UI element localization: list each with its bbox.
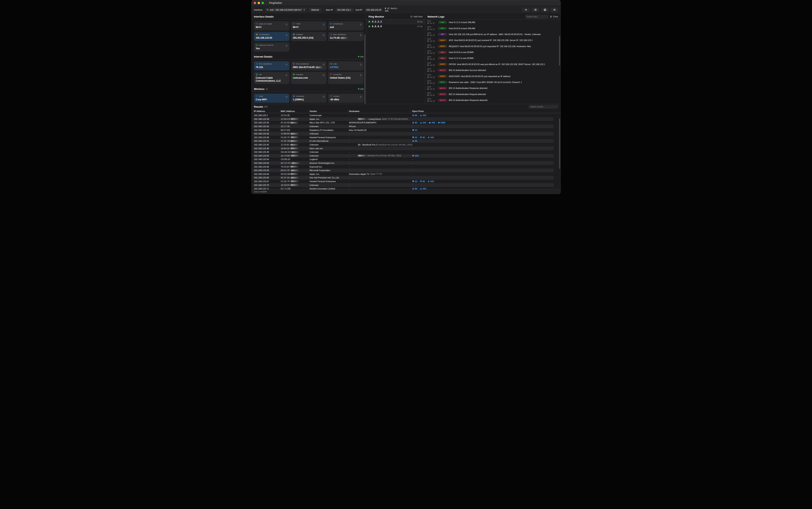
copy-icon[interactable] xyxy=(323,73,325,76)
port-link-443[interactable]: 443 xyxy=(420,122,426,124)
minimize-window-button[interactable] xyxy=(258,2,260,4)
table-row[interactable]: 192.168.123.306C:62:6DMicro-Star INT'L C… xyxy=(252,121,554,125)
ping-host-row[interactable]: 8.8.8.847 ms xyxy=(366,24,425,29)
copy-icon[interactable] xyxy=(360,73,362,76)
column-header-vendor[interactable]: Vendor xyxy=(310,109,349,113)
logs-scrollbar[interactable] xyxy=(559,36,560,66)
interface-select[interactable]: en0 - 192.168.123.50/24 (Wi-Fi) * xyxy=(265,8,307,12)
table-row[interactable]: 192.168.123.49DA:AE:EDUnknown-- xyxy=(252,150,554,154)
clear-logs-button[interactable]: Clear xyxy=(550,15,558,18)
info-icon[interactable] xyxy=(265,88,268,90)
table-row[interactable]: 192.168.123.55AC:CC:FCAmazon Technologie… xyxy=(252,161,554,165)
port-link-80[interactable]: 80 xyxy=(412,122,417,124)
logs-search-input[interactable] xyxy=(525,15,548,19)
table-row[interactable]: 192.168.123.701E:94:00:Unknown-- xyxy=(252,183,554,187)
close-window-button[interactable] xyxy=(254,2,256,4)
scan-options-button[interactable] xyxy=(532,8,539,12)
table-row[interactable]: 192.168.123.3512:B8:58:Unknown-- xyxy=(252,132,554,136)
copy-icon[interactable] xyxy=(323,23,325,25)
table-row[interactable]: 192.168.123.501A:74:D8:UnknownMacBook Pr… xyxy=(252,154,554,158)
results-title: Results xyxy=(254,105,263,108)
table-row[interactable]: 192.168.123.60E8:A7:2F:Microsoft Corpora… xyxy=(252,169,554,172)
table-row[interactable]: 192.168.123.6600:1F:3A:Hon Hai Precision… xyxy=(252,176,554,179)
table-row[interactable]: 192.168.123.4618:B4:30:Nest Labs Inc.-- xyxy=(252,146,554,150)
column-header-hostname[interactable]: Hostname xyxy=(349,109,412,113)
table-row[interactable]: 192.168.123.71EC:71:DB:Reolink Innovatio… xyxy=(252,187,554,190)
copy-icon[interactable] xyxy=(286,44,288,46)
internet-card-ipv6-address[interactable]: 6IPV6 ADDRESS2601:18a:817f:dc30: xyxy=(291,61,326,70)
port-link-445[interactable]: 445 xyxy=(429,122,435,124)
copy-icon[interactable] xyxy=(360,63,362,65)
start-ip-input[interactable] xyxy=(335,8,354,12)
port-link-443[interactable]: 443 xyxy=(427,180,434,182)
port-link-22[interactable]: 22 xyxy=(412,136,417,139)
interface-card-default-route[interactable]: DEFAULT ROUTEYes xyxy=(254,42,289,52)
column-header-mac-address[interactable]: MAC Address xyxy=(281,109,310,113)
internet-card-isp[interactable]: ISPComcast Cable Communications, LLC xyxy=(254,72,289,84)
wireless-card-channel[interactable]: CHANNEL1 (20MHz) xyxy=(291,94,326,103)
copy-icon[interactable] xyxy=(286,63,288,65)
port-link-80[interactable]: 80 xyxy=(412,114,417,116)
results-scrollbar[interactable] xyxy=(559,118,560,169)
port-link-443[interactable]: 443 xyxy=(420,188,426,190)
column-header-ip-address[interactable]: IP Address xyxy=(254,109,281,113)
port-link-22[interactable]: 22 xyxy=(412,180,417,182)
internet-card-asn[interactable]: ASNAS7922 xyxy=(328,61,364,70)
table-row[interactable]: 192.168.123.38F4:2E:7F:Hewlett Packard E… xyxy=(252,136,554,139)
table-row[interactable]: 192.168.123.54C8:DB:26Logitech-- xyxy=(252,158,554,161)
copy-icon[interactable] xyxy=(286,34,288,36)
copy-icon[interactable] xyxy=(360,23,362,25)
port-link-80[interactable]: 80 xyxy=(420,180,425,182)
internet-card-country[interactable]: COUNTRYUnited States (US) xyxy=(328,72,364,84)
table-row[interactable]: 192.168.123.67F4:2E:7F:Hewlett Packard E… xyxy=(252,179,554,183)
copy-icon[interactable] xyxy=(286,95,288,97)
copy-icon[interactable] xyxy=(323,95,325,97)
interface-card-display-name[interactable]: DISPLAY NAMEWi-Fi xyxy=(254,21,289,30)
address-book-button[interactable] xyxy=(541,8,549,12)
card-value: 192.168.123.50 xyxy=(256,36,288,39)
port-link-80[interactable]: 80 xyxy=(412,140,417,142)
port-link-445[interactable]: 445 xyxy=(412,155,418,157)
end-ip-input[interactable] xyxy=(364,8,383,12)
ping-host-row[interactable]: 4.2.2.236 ms xyxy=(366,19,425,24)
start-scan-button[interactable] xyxy=(522,8,530,12)
left-pane-scrollbar[interactable] xyxy=(364,34,365,104)
log-timestamp: 10/9 00:14:32 xyxy=(427,56,436,60)
interface-card-subnet[interactable]: SUBNET255.255.255.0 (/24) xyxy=(291,32,326,41)
table-row[interactable]: 192.168.123.33B8:27:EB:Raspberry Pi Foun… xyxy=(252,128,554,132)
port-link-80[interactable]: 80 xyxy=(420,136,425,139)
settings-button[interactable] xyxy=(551,8,558,12)
copy-icon[interactable] xyxy=(360,34,362,36)
table-row[interactable]: 192.168.123.3222:C7:28:UnknowniPhone- xyxy=(252,125,554,128)
internet-card-domain[interactable]: DOMAINcomcast.com xyxy=(291,72,326,84)
table-row[interactable]: 192.168.123.411C:5F:2BD-Link Internation… xyxy=(252,139,554,143)
log-entry: 10/9 00:14:32802.1X802.1X Authentication… xyxy=(425,67,560,73)
interface-card-ip-address[interactable]: IP ADDRESS192.168.123.50 xyxy=(254,32,289,41)
table-row[interactable]: 192.168.123.64D0:03:4BApple, Inc.Downsta… xyxy=(252,172,554,176)
port-link-443[interactable]: 443 xyxy=(420,114,426,116)
copy-icon[interactable] xyxy=(360,95,362,97)
interface-card-interface[interactable]: INTERFACEen0 xyxy=(328,21,364,30)
column-header-open-ports[interactable]: Open Ports xyxy=(412,109,553,113)
port-link-80[interactable]: 80 xyxy=(412,188,417,190)
copy-icon[interactable] xyxy=(323,63,325,65)
port-link-443[interactable]: 443 xyxy=(427,136,434,139)
results-search-input[interactable] xyxy=(528,105,558,109)
add-host-button[interactable]: Add Host xyxy=(410,15,423,18)
wireless-card-signal[interactable]: SIGNAL-60 dBm xyxy=(328,94,364,103)
wireless-card-ssid[interactable]: SSIDCorp-WiFi xyxy=(254,94,289,103)
refresh-button[interactable]: Refresh xyxy=(309,8,322,12)
port-link-22[interactable]: 22 xyxy=(412,129,417,131)
zoom-window-button[interactable] xyxy=(262,2,264,4)
interface-card-mac-address[interactable]: MAC ADDRESS1a:74:d8: xyxy=(328,32,364,41)
port-link-3389[interactable]: 3389 xyxy=(438,122,445,124)
copy-icon[interactable] xyxy=(286,23,288,25)
table-row[interactable]: 192.168.123.281C:B3:C9Apple, Inc.--Livin… xyxy=(252,117,554,121)
copy-icon[interactable] xyxy=(323,34,325,36)
table-row[interactable]: 192.168.123.4212:25:82:UnknownMacBook-Pr… xyxy=(252,143,554,147)
internet-card-ipv4-address[interactable]: 4IPV4 ADDRESS76.118. xyxy=(254,61,289,70)
copy-icon[interactable] xyxy=(286,73,288,76)
table-row[interactable]: 192.168.123.5970:03:9F:Espressif Inc.-- xyxy=(252,165,554,169)
interface-card-type[interactable]: TYPEWi-Fi xyxy=(291,21,326,30)
table-row[interactable]: 192.168.123.114:C0:3E:Commscope-80|443 xyxy=(252,113,554,117)
